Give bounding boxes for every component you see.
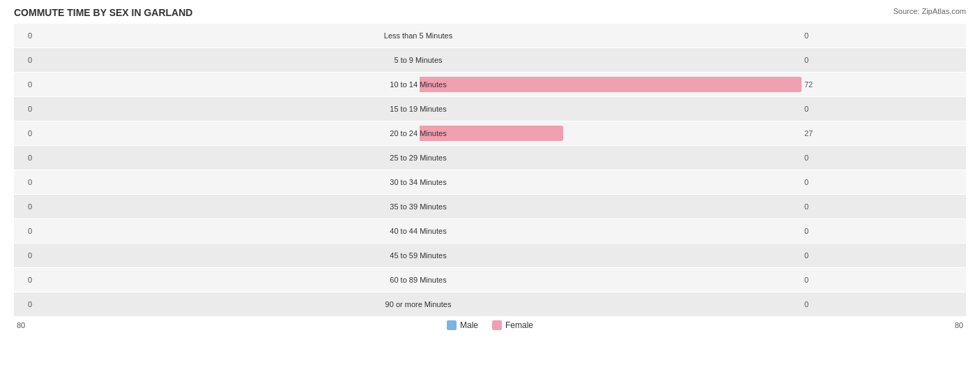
bar-row: 060 to 89 Minutes0 [14, 268, 966, 292]
male-bar-container [35, 272, 418, 288]
male-value: 0 [14, 300, 35, 308]
female-bar-container [418, 272, 802, 288]
female-value: 0 [802, 178, 836, 186]
male-legend-label: Male [460, 320, 478, 330]
chart-container: COMMUTE TIME BY SEX IN GARLAND Source: Z… [0, 0, 980, 365]
female-bar-container [418, 126, 802, 141]
male-bar-container [35, 297, 418, 312]
male-bar-container [35, 28, 418, 43]
axis-left-bottom: 80 [17, 321, 45, 329]
female-value: 72 [802, 80, 836, 89]
legend-male: Male [447, 320, 478, 330]
female-bar-container [418, 297, 802, 312]
female-value: 0 [802, 227, 836, 235]
male-value: 0 [14, 31, 35, 40]
female-legend-box [492, 320, 502, 330]
female-bar-container [418, 150, 802, 165]
bar-row: 010 to 14 Minutes72 [14, 73, 966, 96]
female-value: 0 [802, 105, 836, 113]
female-bar-container [418, 248, 802, 263]
bar-row: 045 to 59 Minutes0 [14, 244, 966, 267]
legend-center: Male Female [447, 320, 533, 330]
male-bar-container [35, 52, 418, 68]
female-value: 0 [802, 202, 836, 211]
male-legend-box [447, 320, 457, 330]
female-bar-container [418, 52, 802, 68]
male-value: 0 [14, 154, 35, 162]
male-bar-container [35, 223, 418, 239]
female-legend-label: Female [505, 320, 533, 330]
male-bar-container [35, 77, 418, 92]
male-value: 0 [14, 178, 35, 186]
female-value: 0 [802, 56, 836, 64]
female-value: 0 [802, 154, 836, 162]
male-bar-container [35, 126, 418, 141]
female-value: 0 [802, 31, 836, 40]
axis-right-bottom: 80 [935, 321, 963, 329]
male-value: 0 [14, 80, 35, 89]
bar-row: 0Less than 5 Minutes0 [14, 24, 966, 47]
bar-row: 030 to 34 Minutes0 [14, 170, 966, 194]
female-bar [420, 77, 802, 92]
male-bar-container [35, 248, 418, 263]
bar-row: 015 to 19 Minutes0 [14, 97, 966, 121]
male-value: 0 [14, 202, 35, 211]
male-value: 0 [14, 129, 35, 137]
bar-row: 05 to 9 Minutes0 [14, 48, 966, 72]
bar-row: 040 to 44 Minutes0 [14, 219, 966, 243]
female-value: 0 [802, 251, 836, 260]
male-value: 0 [14, 227, 35, 235]
female-value: 0 [802, 300, 836, 308]
bar-row: 025 to 29 Minutes0 [14, 146, 966, 170]
female-bar-container [418, 174, 802, 190]
female-bar-container [418, 223, 802, 239]
female-value: 0 [802, 276, 836, 284]
bar-row: 090 or more Minutes0 [14, 292, 966, 316]
male-value: 0 [14, 105, 35, 113]
female-bar-container [418, 77, 802, 92]
male-bar-container [35, 199, 418, 214]
chart-title: COMMUTE TIME BY SEX IN GARLAND [14, 7, 966, 18]
female-bar-container [418, 101, 802, 117]
female-bar [420, 126, 563, 141]
male-bar-container [35, 150, 418, 165]
female-bar-container [418, 199, 802, 214]
male-value: 0 [14, 251, 35, 260]
bar-row: 035 to 39 Minutes0 [14, 195, 966, 218]
bar-row: 020 to 24 Minutes27 [14, 121, 966, 145]
legend-female: Female [492, 320, 533, 330]
female-value: 27 [802, 129, 836, 137]
male-bar-container [35, 101, 418, 117]
male-bar-container [35, 174, 418, 190]
source-label: Source: ZipAtlas.com [893, 7, 966, 15]
legend-row: 80 Male Female 80 [14, 320, 966, 330]
male-value: 0 [14, 56, 35, 64]
bars-area: 0Less than 5 Minutes005 to 9 Minutes0010… [14, 24, 966, 316]
female-bar-container [418, 28, 802, 43]
male-value: 0 [14, 276, 35, 284]
